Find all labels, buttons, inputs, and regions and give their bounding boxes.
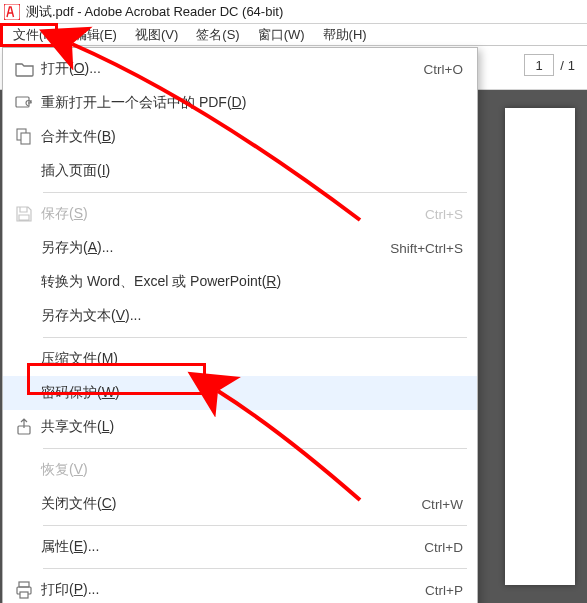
file-dropdown: 打开(O)... Ctrl+O 重新打开上一个会话中的 PDF(D) 合并文件(… bbox=[2, 47, 478, 603]
svg-rect-7 bbox=[20, 592, 28, 598]
menu-item-label: 另存为(A)... bbox=[41, 239, 390, 257]
menu-item-label: 打印(P)... bbox=[41, 581, 425, 599]
menu-item-reopen[interactable]: 重新打开上一个会话中的 PDF(D) bbox=[3, 86, 477, 120]
menu-item-label: 保存(S) bbox=[41, 205, 425, 223]
menu-help[interactable]: 帮助(H) bbox=[314, 24, 376, 46]
combine-icon bbox=[15, 127, 41, 147]
titlebar: 测试.pdf - Adobe Acrobat Reader DC (64-bit… bbox=[0, 0, 587, 24]
blank-icon bbox=[15, 537, 41, 557]
menu-item-convert[interactable]: 转换为 Word、Excel 或 PowerPoint(R) bbox=[3, 265, 477, 299]
menu-item-save-text[interactable]: 另存为文本(V)... bbox=[3, 299, 477, 333]
blank-icon bbox=[15, 272, 41, 292]
menu-item-label: 另存为文本(V)... bbox=[41, 307, 463, 325]
blank-icon bbox=[15, 383, 41, 403]
window-title: 测试.pdf - Adobe Acrobat Reader DC (64-bit… bbox=[26, 3, 283, 21]
svg-rect-5 bbox=[19, 582, 29, 587]
menu-sign[interactable]: 签名(S) bbox=[187, 24, 248, 46]
menu-item-label: 插入页面(I) bbox=[41, 162, 463, 180]
menu-item-label: 关闭文件(C) bbox=[41, 495, 421, 513]
blank-icon bbox=[15, 460, 41, 480]
folder-open-icon bbox=[15, 59, 41, 79]
page-number-control: / 1 bbox=[524, 54, 575, 76]
menu-separator bbox=[43, 525, 467, 526]
menu-item-save: 保存(S) Ctrl+S bbox=[3, 197, 477, 231]
menu-item-label: 共享文件(L) bbox=[41, 418, 463, 436]
menu-item-shortcut: Ctrl+P bbox=[425, 583, 463, 598]
menu-item-close[interactable]: 关闭文件(C) Ctrl+W bbox=[3, 487, 477, 521]
menu-item-shortcut: Ctrl+W bbox=[421, 497, 463, 512]
menu-edit[interactable]: 编辑(E) bbox=[65, 24, 126, 46]
menu-item-revert: 恢复(V) bbox=[3, 453, 477, 487]
reopen-icon bbox=[15, 93, 41, 113]
blank-icon bbox=[15, 238, 41, 258]
menu-separator bbox=[43, 568, 467, 569]
page-current-input[interactable] bbox=[524, 54, 554, 76]
page-sep: / bbox=[560, 58, 564, 73]
menu-item-password-protect[interactable]: 密码保护(W) bbox=[3, 376, 477, 410]
menu-item-print[interactable]: 打印(P)... Ctrl+P bbox=[3, 573, 477, 603]
menu-item-label: 恢复(V) bbox=[41, 461, 463, 479]
menu-item-label: 打开(O)... bbox=[41, 60, 424, 78]
blank-icon bbox=[15, 494, 41, 514]
blank-icon bbox=[15, 306, 41, 326]
menu-item-shortcut: Shift+Ctrl+S bbox=[390, 241, 463, 256]
menu-item-label: 转换为 Word、Excel 或 PowerPoint(R) bbox=[41, 273, 463, 291]
print-icon bbox=[15, 580, 41, 600]
menu-item-label: 密码保护(W) bbox=[41, 384, 463, 402]
menu-item-open[interactable]: 打开(O)... Ctrl+O bbox=[3, 52, 477, 86]
menu-item-label: 压缩文件(M) bbox=[41, 350, 463, 368]
blank-icon bbox=[15, 161, 41, 181]
save-icon bbox=[15, 204, 41, 224]
menu-item-insert-pages[interactable]: 插入页面(I) bbox=[3, 154, 477, 188]
menu-window[interactable]: 窗口(W) bbox=[249, 24, 314, 46]
menu-item-share[interactable]: 共享文件(L) bbox=[3, 410, 477, 444]
menu-separator bbox=[43, 337, 467, 338]
menu-item-shortcut: Ctrl+D bbox=[424, 540, 463, 555]
menu-separator bbox=[43, 192, 467, 193]
menu-item-label: 重新打开上一个会话中的 PDF(D) bbox=[41, 94, 463, 112]
menu-item-combine[interactable]: 合并文件(B) bbox=[3, 120, 477, 154]
document-page[interactable] bbox=[505, 108, 575, 585]
page-total: 1 bbox=[568, 58, 575, 73]
menu-item-label: 属性(E)... bbox=[41, 538, 424, 556]
menu-item-compress[interactable]: 压缩文件(M) bbox=[3, 342, 477, 376]
menu-item-shortcut: Ctrl+O bbox=[424, 62, 463, 77]
menu-item-shortcut: Ctrl+S bbox=[425, 207, 463, 222]
svg-rect-3 bbox=[21, 133, 30, 144]
blank-icon bbox=[15, 349, 41, 369]
app-icon bbox=[4, 4, 20, 20]
menu-item-properties[interactable]: 属性(E)... Ctrl+D bbox=[3, 530, 477, 564]
share-icon bbox=[15, 417, 41, 437]
menu-item-saveas[interactable]: 另存为(A)... Shift+Ctrl+S bbox=[3, 231, 477, 265]
menu-separator bbox=[43, 448, 467, 449]
menu-item-label: 合并文件(B) bbox=[41, 128, 463, 146]
menu-file[interactable]: 文件(F) bbox=[4, 24, 65, 46]
menu-view[interactable]: 视图(V) bbox=[126, 24, 187, 46]
menubar: 文件(F) 编辑(E) 视图(V) 签名(S) 窗口(W) 帮助(H) bbox=[0, 24, 587, 46]
